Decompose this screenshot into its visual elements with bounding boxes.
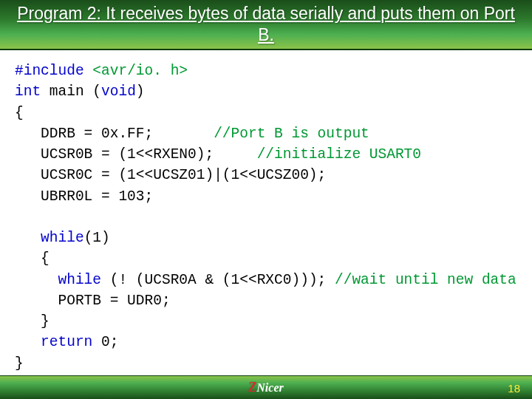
code-text: PORTB = UDR0;: [15, 293, 171, 309]
code-keyword: #include: [15, 63, 92, 79]
slide: Program 2: It receives bytes of data ser…: [0, 0, 532, 399]
code-text: DDRB = 0x.FF;: [15, 126, 214, 142]
code-text: ): [136, 83, 145, 100]
code-text: }: [15, 313, 50, 330]
code-comment: //wait until new data: [335, 272, 516, 288]
code-comment: //Port B is output: [214, 126, 369, 142]
code-block: #include <avr/io. h> int main (void) { D…: [15, 61, 517, 374]
code-keyword: while: [41, 230, 84, 246]
code-comment: //initialize USART0: [257, 146, 421, 163]
code-include-path: <avr/io. h>: [92, 63, 188, 79]
code-text: [15, 272, 58, 288]
code-text: (1): [84, 230, 110, 246]
code-text: [15, 230, 41, 246]
slide-title: Program 2: It receives bytes of data ser…: [15, 3, 517, 46]
slide-header: Program 2: It receives bytes of data ser…: [0, 0, 532, 50]
code-text: UBRR0L = 103;: [15, 188, 153, 205]
code-keyword: while: [58, 272, 102, 288]
code-text: {: [15, 105, 24, 121]
code-text: {: [15, 250, 50, 267]
code-text: (! (UCSR0A & (1<<RXC0)));: [101, 272, 335, 288]
logo-z-icon: Z: [248, 380, 256, 395]
slide-footer: Z Nicer 18: [0, 375, 532, 399]
code-keyword: void: [101, 83, 136, 100]
code-text: main (: [41, 83, 101, 100]
logo-text: Nicer: [256, 381, 283, 395]
code-text: [15, 334, 41, 350]
code-text: UCSR0C = (1<<UCSZ01)|(1<<UCSZ00);: [15, 167, 326, 183]
code-text: UCSR0B = (1<<RXEN0);: [15, 146, 257, 163]
code-text: }: [15, 355, 24, 372]
code-keyword: return: [41, 334, 92, 350]
page-number: 18: [508, 382, 520, 395]
code-text: 0;: [92, 334, 118, 350]
footer-logo: Z Nicer: [248, 380, 283, 395]
code-keyword: int: [15, 83, 41, 100]
slide-content: #include <avr/io. h> int main (void) { D…: [0, 50, 532, 399]
